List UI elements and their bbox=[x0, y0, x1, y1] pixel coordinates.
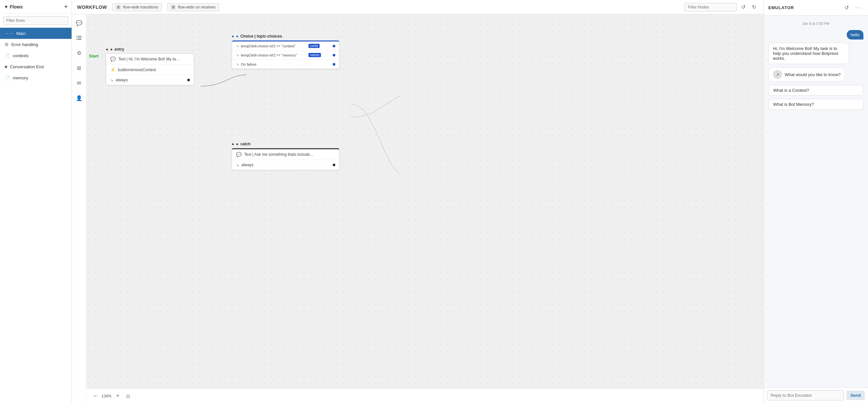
zoom-fit-button[interactable]: ⊡ bbox=[124, 393, 132, 399]
sidebar-icon-contexts: 📄 bbox=[5, 53, 10, 58]
chat-tool-icon[interactable]: 💬 bbox=[74, 18, 84, 28]
code-tool-icon[interactable]: ⚙ bbox=[74, 48, 84, 58]
choice-transition-2: ↘ On failure bbox=[232, 60, 339, 69]
t-arrow-1: ↘ bbox=[236, 53, 239, 57]
add-flow-button[interactable]: + bbox=[64, 3, 68, 10]
chat-area: Jan 5 at 3:00 PM hello Hi, I'm Welcome B… bbox=[764, 16, 868, 387]
flow-receives-label: flow-wide on receives bbox=[178, 5, 215, 9]
emulator-panel: EMULATOR ↺ ··· Jan 5 at 3:00 PM hello Hi… bbox=[764, 0, 868, 403]
bot-bubble-question: ↗ What would you like to know? bbox=[768, 67, 845, 82]
action-lightning-icon: ⚡ bbox=[110, 67, 115, 72]
main-panel: WORKFLOW 0 flow-wide transitions 0 flow-… bbox=[72, 0, 764, 403]
sidebar-icon-main: →→ bbox=[5, 31, 14, 36]
sidebar-item-memory[interactable]: 📄memory bbox=[0, 72, 71, 83]
t-arrow-0: ↘ bbox=[236, 44, 239, 48]
redo-button[interactable]: ↻ bbox=[750, 3, 758, 11]
workflow-title: WORKFLOW bbox=[77, 5, 107, 10]
entry-text-row: 💬 Text | Hi, I'm Welcome Bot! My task is… bbox=[106, 54, 194, 65]
catch-node-card: 💬 Text | Ask me something thats include.… bbox=[232, 148, 340, 170]
choice-node[interactable]: ● Choice | topic-choices ↘ temp['skill-c… bbox=[232, 34, 340, 69]
choice-conn-1 bbox=[333, 54, 335, 57]
catch-connector bbox=[333, 164, 335, 166]
sidebar: ▼ Flows + →→Main⚙Error handling📄contexts… bbox=[0, 0, 72, 403]
grid-tool-icon[interactable]: ⊞ bbox=[74, 63, 84, 73]
sidebar-label-error-handling: Error handling bbox=[11, 42, 38, 47]
sidebar-item-conversation-end[interactable]: ■Conversation End bbox=[0, 61, 71, 72]
share-icon[interactable]: ↗ bbox=[773, 70, 782, 79]
emulator-more-button[interactable]: ··· bbox=[853, 4, 863, 12]
flow-transitions-button[interactable]: 0 flow-wide transitions bbox=[112, 3, 162, 11]
t-badge-1: memo bbox=[309, 53, 321, 57]
zoom-in-button[interactable]: + bbox=[114, 392, 122, 400]
catch-bubble-icon: 💬 bbox=[236, 152, 242, 157]
entry-transition-row: ↘ always bbox=[106, 75, 194, 85]
user-tool-icon[interactable]: 👤 bbox=[74, 93, 84, 103]
chat-bubble-icon: 💬 bbox=[110, 57, 116, 62]
filter-flows-input[interactable] bbox=[3, 16, 68, 25]
sidebar-header: ▼ Flows + bbox=[0, 0, 71, 14]
user-bubble-hello: hello bbox=[847, 30, 863, 39]
catch-transition-row: ↘ always bbox=[232, 160, 339, 170]
transition-arrow-icon: ↘ bbox=[110, 78, 113, 82]
choice-conn-2 bbox=[333, 63, 335, 66]
t-arrow-2: ↘ bbox=[236, 62, 239, 66]
sidebar-items-list: →→Main⚙Error handling📄contexts■Conversat… bbox=[0, 28, 71, 83]
undo-button[interactable]: ↺ bbox=[739, 3, 747, 11]
workflow-header: WORKFLOW 0 flow-wide transitions 0 flow-… bbox=[72, 0, 764, 14]
list-tool-icon[interactable] bbox=[74, 33, 84, 43]
zoom-bar: − 134% + ⊡ bbox=[86, 389, 764, 403]
emulator-header: EMULATOR ↺ ··· bbox=[764, 0, 868, 16]
choice-transition-1: ↘ temp['skill-choice-ret'] == "memory" m… bbox=[232, 51, 339, 60]
flow-receives-button[interactable]: 0 flow-wide on receives bbox=[167, 3, 219, 11]
sidebar-label-main: Main bbox=[16, 31, 26, 36]
entry-node-card: 💬 Text | Hi, I'm Welcome Bot! My task is… bbox=[106, 54, 194, 85]
sidebar-icon-error-handling: ⚙ bbox=[5, 42, 9, 47]
choice-transition-0: ↘ temp['skill-choice-ret'] == "context" … bbox=[232, 41, 339, 51]
date-label: Jan 5 at 3:00 PM bbox=[768, 22, 863, 26]
entry-node[interactable]: ● entry 💬 Text | Hi, I'm Welcome Bot! My… bbox=[106, 47, 194, 85]
send-button[interactable]: Send bbox=[846, 391, 865, 400]
left-toolbar: 💬 ⚙ ⊞ ✉ 👤 bbox=[72, 14, 86, 403]
t-badge-0: conte bbox=[309, 44, 320, 48]
emulator-reply-input[interactable] bbox=[767, 390, 844, 400]
sidebar-icon-memory: 📄 bbox=[5, 75, 10, 80]
sidebar-item-contexts[interactable]: 📄contexts bbox=[0, 50, 71, 61]
flows-collapse-icon[interactable]: ▼ bbox=[4, 4, 8, 9]
flow-receives-badge: 0 bbox=[170, 5, 176, 9]
catch-node[interactable]: ● catch 💬 Text | Ask me something thats … bbox=[232, 142, 340, 170]
flow-transitions-label: flow-wide transitions bbox=[123, 5, 158, 9]
suggestion-memory[interactable]: What is Bot Memory? bbox=[768, 99, 863, 110]
emulator-input-area: Send bbox=[764, 387, 868, 403]
entry-node-title: ● entry bbox=[106, 47, 194, 52]
flow-transitions-badge: 0 bbox=[116, 5, 121, 9]
sidebar-filter-container bbox=[0, 14, 71, 28]
bot-bubble-welcome: Hi, I'm Welcome Bot! My task is to help … bbox=[768, 43, 849, 64]
entry-action-row: ⚡ builtin/removeContext bbox=[106, 65, 194, 75]
start-label: Start bbox=[89, 54, 99, 59]
sidebar-label-memory: memory bbox=[13, 75, 28, 80]
sidebar-title: Flows bbox=[10, 4, 64, 9]
entry-connector bbox=[187, 79, 190, 81]
choice-node-card: ↘ temp['skill-choice-ret'] == "context" … bbox=[232, 40, 340, 69]
workflow-canvas: 💬 ⚙ ⊞ ✉ 👤 Start ● bbox=[72, 14, 764, 403]
filter-nodes-input[interactable] bbox=[684, 3, 737, 11]
catch-node-title: ● catch bbox=[232, 142, 340, 146]
zoom-level: 134% bbox=[102, 394, 112, 398]
suggestion-context[interactable]: What is a Context? bbox=[768, 85, 863, 96]
sidebar-item-main[interactable]: →→Main bbox=[0, 28, 71, 39]
catch-arrow-icon: ↘ bbox=[236, 163, 239, 167]
workflow-tools: ↺ ↻ bbox=[684, 3, 758, 11]
sidebar-item-error-handling[interactable]: ⚙Error handling bbox=[0, 39, 71, 50]
sidebar-icon-conversation-end: ■ bbox=[5, 64, 7, 69]
email-tool-icon[interactable]: ✉ bbox=[74, 78, 84, 88]
emulator-reset-button[interactable]: ↺ bbox=[842, 3, 851, 12]
choice-conn-0 bbox=[333, 45, 335, 47]
emulator-title: EMULATOR bbox=[768, 5, 794, 10]
catch-text-row: 💬 Text | Ask me something thats include.… bbox=[232, 149, 339, 160]
sidebar-label-conversation-end: Conversation End bbox=[10, 64, 43, 69]
emulator-actions: ↺ ··· bbox=[842, 3, 863, 12]
node-canvas: Start ● entry 💬 Text | Hi, I'm Welcome B… bbox=[86, 14, 764, 389]
zoom-out-button[interactable]: − bbox=[92, 392, 99, 400]
choice-node-title: ● Choice | topic-choices bbox=[232, 34, 340, 38]
sidebar-label-contexts: contexts bbox=[13, 53, 28, 58]
